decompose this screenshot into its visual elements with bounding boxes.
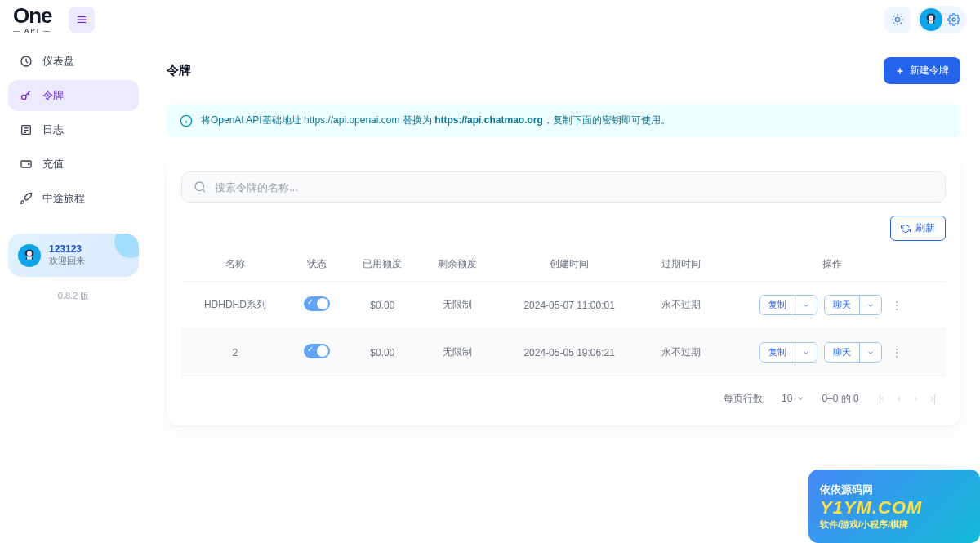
chevron-down-icon[interactable] [859,343,881,362]
svg-point-3 [895,17,899,21]
cell-used: $0.00 [345,329,421,376]
svg-line-6 [893,16,894,16]
log-icon [20,123,33,136]
page-size-value: 10 [782,393,792,404]
info-icon [180,114,193,127]
new-token-button[interactable]: 新建令牌 [884,57,960,84]
cell-name: 2 [181,329,289,376]
chat-split-button[interactable]: 聊天 [824,295,882,315]
brand-logo: One — API — [13,5,52,34]
cell-name: HDHDHD系列 [181,282,289,329]
svg-point-13 [929,16,933,20]
svg-line-11 [901,16,902,16]
copy-label[interactable]: 复制 [760,343,795,362]
svg-line-33 [203,189,205,192]
cell-remain: 无限制 [420,282,495,329]
banner-pre: 将OpenAI API基础地址 https://api.openai.com 替… [201,114,434,126]
svg-point-17 [22,95,26,99]
more-icon[interactable]: ⋮ [889,296,905,314]
sidebar-item-label: 日志 [42,122,64,137]
theme-toggle-button[interactable] [884,7,911,33]
copy-split-button[interactable]: 复制 [760,342,817,363]
cell-created: 2024-05-05 19:06:21 [495,329,644,376]
col-created: 创建时间 [495,247,644,282]
wallet-icon [20,158,33,171]
sidebar-item-label: 仪表盘 [42,54,74,69]
sidebar-item-token[interactable]: 令牌 [8,80,139,111]
rocket-icon [20,192,33,205]
more-icon[interactable]: ⋮ [889,344,905,362]
table-row: 2 $0.00 无限制 2024-05-05 19:06:21 永不过期 复制 [181,329,946,376]
svg-point-32 [195,182,204,191]
chat-label[interactable]: 聊天 [825,343,859,362]
user-name: 123123 [49,243,85,255]
sidebar-item-label: 中途旅程 [42,191,85,206]
page-range: 0–0 的 0 [822,392,858,406]
avatar [920,8,942,31]
col-used: 已用额度 [345,247,421,282]
rows-per-page-label: 每页行数: [724,392,765,406]
svg-line-7 [901,23,902,24]
search-box[interactable] [181,171,946,203]
brand-name: One [13,5,52,26]
col-expire: 过期时间 [644,247,719,282]
svg-rect-14 [929,20,933,24]
user-welcome: 欢迎回来 [49,255,85,267]
user-card[interactable]: 123123 欢迎回来 [8,234,139,277]
svg-rect-26 [27,256,32,260]
chevron-down-icon[interactable] [795,343,817,362]
key-icon [20,89,33,102]
refresh-label: 刷新 [915,221,935,235]
copy-label[interactable]: 复制 [760,296,795,314]
token-table: 名称 状态 已用额度 剩余额度 创建时间 过期时间 操作 HDHDHD系列 $0… [181,247,946,376]
banner-post: ，复制下面的密钥即可使用。 [543,114,670,126]
svg-point-25 [27,251,32,256]
page-size-select[interactable]: 10 [782,393,805,404]
dashboard-icon [20,55,33,68]
sidebar-item-label: 充值 [42,157,64,171]
next-page-icon[interactable]: › [911,389,920,407]
chevron-down-icon[interactable] [795,296,817,314]
copy-split-button[interactable]: 复制 [760,295,817,315]
chat-split-button[interactable]: 聊天 [824,342,882,363]
cell-expire: 永不过期 [644,329,719,376]
cell-used: $0.00 [345,282,421,329]
plus-icon [895,66,905,76]
info-banner: 将OpenAI API基础地址 https://api.openai.com 替… [167,104,960,137]
chevron-down-icon [795,394,805,403]
menu-toggle-button[interactable] [69,7,95,33]
sidebar-item-log[interactable]: 日志 [8,114,139,145]
new-token-label: 新建令牌 [910,64,949,78]
prev-page-icon[interactable]: ‹ [894,389,904,407]
last-page-icon[interactable]: ›| [927,389,939,407]
user-controls[interactable] [917,6,967,33]
cell-created: 2024-05-07 11:00:01 [495,282,644,329]
refresh-button[interactable]: 刷新 [890,216,946,241]
banner-url: https://api.chatmao.org [434,114,543,126]
refresh-icon [901,224,911,234]
svg-point-23 [29,163,29,164]
sun-icon [891,13,904,26]
gear-icon[interactable] [947,13,960,26]
svg-point-15 [952,18,956,21]
search-input[interactable] [215,181,933,194]
col-remain: 剩余额度 [420,247,495,282]
sidebar-item-recharge[interactable]: 充值 [8,149,139,180]
sidebar-item-midjourney[interactable]: 中途旅程 [8,183,139,214]
sidebar-item-dashboard[interactable]: 仪表盘 [8,46,139,77]
status-toggle[interactable] [304,344,330,358]
chevron-down-icon[interactable] [859,296,881,314]
table-row: HDHDHD系列 $0.00 无限制 2024-05-07 11:00:01 永… [181,282,946,329]
chat-label[interactable]: 聊天 [825,296,859,314]
col-action: 操作 [719,247,946,282]
version-label: 0.8.2 版 [8,290,139,302]
col-status: 状态 [289,247,345,282]
brand-sub: — API — [13,28,51,34]
page-title: 令牌 [167,63,191,78]
first-page-icon[interactable]: |‹ [875,389,888,407]
status-toggle[interactable] [304,296,330,311]
search-icon [194,180,207,194]
cell-remain: 无限制 [420,329,495,376]
svg-line-10 [893,23,894,24]
col-name: 名称 [181,247,289,282]
